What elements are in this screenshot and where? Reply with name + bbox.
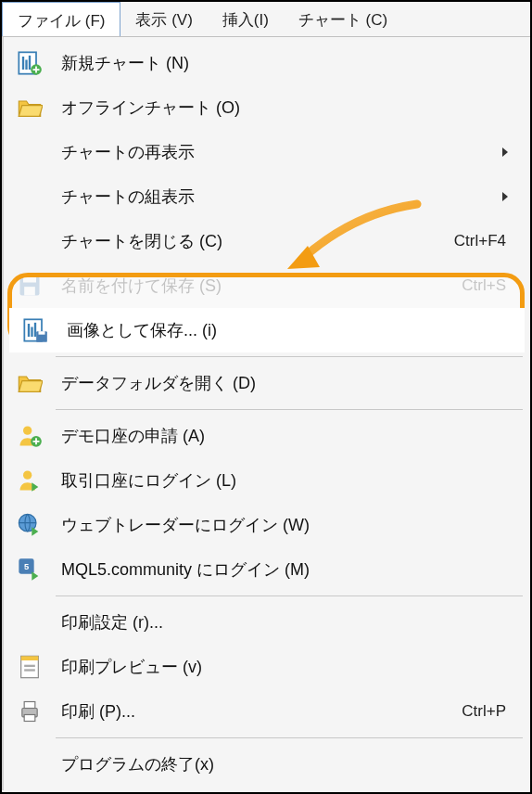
file-menu: 新規チャート (N) オフラインチャート (O) チャートの再表示 チャートの組… xyxy=(2,37,530,790)
svg-rect-1 xyxy=(22,57,24,70)
empty-icon xyxy=(4,742,56,787)
folder-icon xyxy=(4,361,56,405)
svg-rect-13 xyxy=(39,331,45,335)
svg-rect-23 xyxy=(24,669,35,671)
menubar-view[interactable]: 表示 (V) xyxy=(120,2,207,36)
window: ファイル (F) 表示 (V) 挿入(I) チャート (C) 新規チャート (N… xyxy=(0,0,532,794)
svg-rect-10 xyxy=(31,327,32,338)
menu-label: ウェブトレーダーにログイン (W) xyxy=(56,514,515,536)
shortcut-label: Ctrl+F4 xyxy=(454,232,515,250)
menu-demo-account[interactable]: デモ口座の申請 (A) xyxy=(4,414,530,458)
shortcut-label: Ctrl+P xyxy=(462,702,515,721)
print-preview-icon xyxy=(4,645,56,689)
menu-new-chart[interactable]: 新規チャート (N) xyxy=(4,41,530,85)
menu-save-as-image[interactable]: 画像として保存... (i) xyxy=(9,308,525,352)
menu-label: 取引口座にログイン (L) xyxy=(56,469,515,492)
menu-offline-chart[interactable]: オフラインチャート (O) xyxy=(4,85,530,130)
svg-point-16 xyxy=(23,471,32,480)
user-login-icon xyxy=(4,458,56,503)
save-icon xyxy=(4,263,56,308)
menu-save-as-name[interactable]: 名前を付けて保存 (S) Ctrl+S xyxy=(4,263,530,308)
printer-icon xyxy=(4,689,56,734)
menu-close-chart[interactable]: チャートを閉じる (C) Ctrl+F4 xyxy=(4,219,530,263)
svg-rect-11 xyxy=(34,323,36,337)
menu-login-mql5[interactable]: 5 MQL5.community にログイン (M) xyxy=(4,547,530,592)
menu-label: デモ口座の申請 (A) xyxy=(56,425,515,447)
menu-label: 印刷プレビュー (v) xyxy=(56,656,515,678)
menu-label: オフラインチャート (O) xyxy=(56,96,515,119)
menu-label: MQL5.community にログイン (M) xyxy=(56,558,515,581)
empty-icon xyxy=(4,130,56,174)
svg-rect-21 xyxy=(21,656,39,660)
svg-rect-7 xyxy=(24,287,35,295)
menu-redisplay-chart[interactable]: チャートの再表示 xyxy=(4,130,530,174)
user-add-icon xyxy=(4,414,56,458)
menu-separator xyxy=(56,596,523,596)
menu-print[interactable]: 印刷 (P)... Ctrl+P xyxy=(4,689,530,734)
svg-rect-22 xyxy=(24,665,35,667)
menubar-chart[interactable]: チャート (C) xyxy=(284,2,402,36)
menu-label: プログラムの終了(x) xyxy=(56,753,515,775)
svg-rect-6 xyxy=(23,276,36,283)
menubar-file[interactable]: ファイル (F) xyxy=(2,2,120,36)
new-chart-icon xyxy=(4,41,56,85)
globe-login-icon xyxy=(4,503,56,547)
menu-login-trade[interactable]: 取引口座にログイン (L) xyxy=(4,458,530,503)
menu-label: 新規チャート (N) xyxy=(56,52,515,74)
submenu-arrow-icon xyxy=(502,192,508,201)
svg-point-14 xyxy=(23,427,32,435)
menu-label: 名前を付けて保存 (S) xyxy=(56,275,462,297)
empty-icon xyxy=(4,174,56,219)
svg-rect-25 xyxy=(24,702,35,709)
menu-label: 画像として保存... (i) xyxy=(61,319,510,341)
folder-open-icon xyxy=(4,85,56,130)
svg-text:5: 5 xyxy=(24,562,29,571)
menu-login-web[interactable]: ウェブトレーダーにログイン (W) xyxy=(4,503,530,547)
menu-chart-group[interactable]: チャートの組表示 xyxy=(4,174,530,219)
shortcut-label: Ctrl+S xyxy=(462,276,515,295)
submenu-arrow-icon xyxy=(502,147,508,157)
mql5-icon: 5 xyxy=(4,547,56,592)
save-image-icon xyxy=(9,308,61,352)
svg-rect-9 xyxy=(28,324,30,337)
menu-label: 印刷設定 (r)... xyxy=(56,611,515,634)
menu-separator xyxy=(56,737,523,738)
menu-label: チャートを閉じる (C) xyxy=(56,230,454,252)
menu-label: データフォルダを開く (D) xyxy=(56,372,515,394)
menu-separator xyxy=(56,356,523,357)
menu-print-setup[interactable]: 印刷設定 (r)... xyxy=(4,600,530,645)
menu-label: チャートの再表示 xyxy=(56,141,502,163)
menubar-insert[interactable]: 挿入(I) xyxy=(208,2,284,36)
empty-icon xyxy=(4,600,56,645)
menu-open-data-folder[interactable]: データフォルダを開く (D) xyxy=(4,361,530,405)
menu-separator xyxy=(56,409,523,410)
svg-rect-2 xyxy=(25,60,27,70)
menu-print-preview[interactable]: 印刷プレビュー (v) xyxy=(4,645,530,689)
svg-rect-3 xyxy=(29,56,31,70)
svg-rect-26 xyxy=(24,715,35,722)
menu-exit[interactable]: プログラムの終了(x) xyxy=(4,742,530,787)
menu-label: チャートの組表示 xyxy=(56,186,502,208)
empty-icon xyxy=(4,219,56,263)
menu-label: 印刷 (P)... xyxy=(56,700,462,723)
menubar: ファイル (F) 表示 (V) 挿入(I) チャート (C) xyxy=(2,2,530,37)
